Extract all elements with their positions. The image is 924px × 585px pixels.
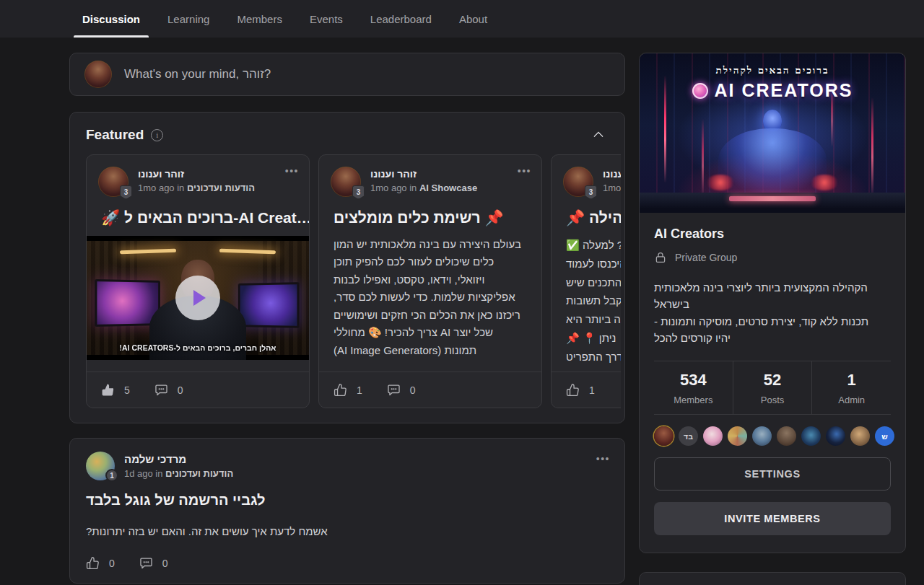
stat-members[interactable]: 534 Members [654, 361, 733, 414]
post-header: 1 מרדכי שלמה 1d ago in הודעות ועדכונים [86, 452, 609, 480]
post-channel[interactable]: הודעות ועדכונים [165, 468, 233, 479]
tab-members[interactable]: Members [235, 0, 284, 38]
post-channel[interactable]: AI Showcase [419, 182, 477, 193]
community-name: AI Creators [654, 226, 891, 242]
like-button[interactable]: 0 [86, 556, 115, 570]
post-time: 1d ago in [124, 468, 165, 479]
settings-button[interactable]: SETTINGS [654, 457, 891, 491]
post-channel[interactable]: הודעות ועדכונים [187, 182, 255, 193]
featured-card-header: 3 זוהר וענונו 1mo [552, 155, 621, 197]
community-banner-image[interactable]: ברוכים הבאים לקהילת AI CREATORS [640, 53, 905, 213]
post-footer: 0 0 [86, 556, 609, 570]
post-menu-icon[interactable]: ••• [285, 165, 299, 177]
featured-title: Featured [86, 127, 144, 143]
lock-icon [654, 251, 667, 264]
featured-section: Featured ••• 3 זוהר וענונ [69, 112, 625, 423]
leaderboard-card: Leaderboard (30-days) [639, 572, 906, 585]
community-description: הקהילה המקצועית ביותר ליוצרי בינה מלאכות… [654, 279, 891, 346]
member-avatar[interactable] [826, 426, 845, 446]
members-count: 534 [654, 371, 733, 390]
member-avatar[interactable] [801, 426, 821, 446]
comment-count: 0 [162, 558, 168, 569]
banner-welcome-text: ברוכים הבאים לקהילת [640, 64, 905, 76]
like-button[interactable]: 5 [101, 383, 130, 397]
post-menu-icon[interactable]: ••• [596, 453, 610, 465]
featured-card-tools[interactable]: ••• 3 זוהר וענונו 1mo ago in AI Showcase… [318, 154, 542, 408]
stat-posts[interactable]: 52 Posts [733, 361, 812, 414]
member-avatar[interactable] [850, 426, 870, 446]
privacy-row: Private Group [654, 251, 891, 264]
thumbs-up-icon [86, 556, 100, 570]
info-icon[interactable] [151, 129, 163, 141]
post-meta: 1mo ago in הודעות ועדכונים [138, 182, 255, 193]
tab-about[interactable]: About [458, 0, 489, 38]
author-avatar-wrap[interactable]: 3 [563, 167, 593, 197]
post-title[interactable]: חוקי הקהילה 📌 [552, 197, 621, 226]
thumbs-up-icon [101, 383, 115, 397]
featured-card-welcome[interactable]: ••• 3 זוהר וענונו 1mo ago in הודעות ועדכ… [86, 154, 310, 408]
member-avatar[interactable] [654, 426, 674, 446]
collapse-featured-button[interactable] [590, 128, 609, 142]
author-avatar-wrap[interactable]: 3 [331, 167, 361, 197]
top-navbar: Discussion Learning Members Events Leade… [0, 0, 924, 38]
play-button[interactable] [175, 276, 220, 320]
comment-icon [139, 556, 153, 570]
privacy-label: Private Group [675, 252, 737, 263]
post-footer: 5 0 [87, 371, 309, 408]
like-count: 1 [589, 384, 595, 396]
community-sidebar: ברוכים הבאים לקהילת AI CREATORS AI Creat… [639, 53, 906, 585]
thumbs-up-icon [566, 383, 580, 397]
post-title[interactable]: 🚀 ברוכים הבאים ל-AI Creat… [87, 197, 309, 226]
member-avatar[interactable] [728, 426, 747, 446]
member-avatar[interactable] [752, 426, 772, 446]
like-button[interactable]: 1 [334, 383, 362, 397]
author-avatar-wrap[interactable]: 3 [98, 167, 128, 197]
invite-members-button[interactable]: INVITE MEMBERS [654, 502, 891, 535]
post-menu-icon[interactable]: ••• [518, 165, 531, 177]
comment-button[interactable]: 0 [154, 383, 183, 397]
admins-label: Admin [812, 395, 891, 405]
member-avatar[interactable] [777, 426, 796, 446]
members-label: Members [654, 395, 733, 405]
post-composer[interactable]: What's on your mind, זוהר? [69, 53, 625, 96]
post-meta: 1d ago in הודעות ועדכונים [124, 468, 233, 479]
member-avatar[interactable]: בד [679, 426, 698, 446]
post-time: 1mo ago in [138, 182, 187, 193]
tab-events[interactable]: Events [308, 0, 344, 38]
tab-discussion[interactable]: Discussion [81, 0, 141, 38]
like-button[interactable]: 1 [566, 383, 595, 397]
comment-icon [387, 383, 401, 397]
tab-leaderboard[interactable]: Leaderboard [369, 0, 433, 38]
author-name[interactable]: מרדכי שלמה [124, 452, 233, 465]
featured-card-rules[interactable]: ••• 3 זוהר וענונו 1mo חוקי הקהילה 📌 ? למ… [551, 154, 621, 408]
composer-prompt: What's on your mind, זוהר? [124, 67, 271, 82]
stat-admins[interactable]: 1 Admin [811, 361, 891, 414]
tab-learning[interactable]: Learning [166, 0, 211, 38]
member-avatar[interactable] [703, 426, 723, 446]
members-avatar-row: בד ש [654, 415, 891, 446]
feed-post[interactable]: ••• 1 מרדכי שלמה 1d ago in הודעות ועדכונ… [69, 438, 625, 584]
decor-hand-glow [706, 175, 735, 190]
author-name[interactable]: זוהר וענונו [603, 167, 621, 180]
decor-streak [702, 118, 704, 198]
decor-streak [871, 97, 873, 198]
author-avatar-wrap[interactable]: 1 [86, 452, 115, 480]
community-card: ברוכים הבאים לקהילת AI CREATORS AI Creat… [639, 53, 906, 553]
admins-count: 1 [812, 371, 891, 390]
author-name[interactable]: זוהר וענונו [138, 167, 255, 180]
post-footer: 1 0 [319, 371, 541, 408]
decor-keyboard [729, 196, 816, 201]
video-thumbnail[interactable]: אהלן חברים, ברוכים הבאים ל-AI CREATORS! [87, 236, 309, 360]
post-title[interactable]: 📌 רשימת כלים מומלצים [319, 197, 541, 226]
post-title[interactable]: לגביי הרשמה של גוגל בלבד [86, 492, 609, 509]
level-badge: 1 [105, 469, 118, 482]
member-avatar[interactable]: ש [875, 426, 894, 446]
featured-header: Featured [86, 127, 609, 143]
chevron-up-icon [593, 131, 603, 141]
featured-card-header: 3 זוהר וענונו 1mo ago in AI Showcase [319, 155, 541, 197]
author-name[interactable]: זוהר וענונו [370, 167, 477, 180]
comment-button[interactable]: 0 [139, 556, 168, 570]
posts-label: Posts [733, 395, 812, 405]
like-count: 1 [357, 384, 362, 396]
comment-button[interactable]: 0 [387, 383, 416, 397]
